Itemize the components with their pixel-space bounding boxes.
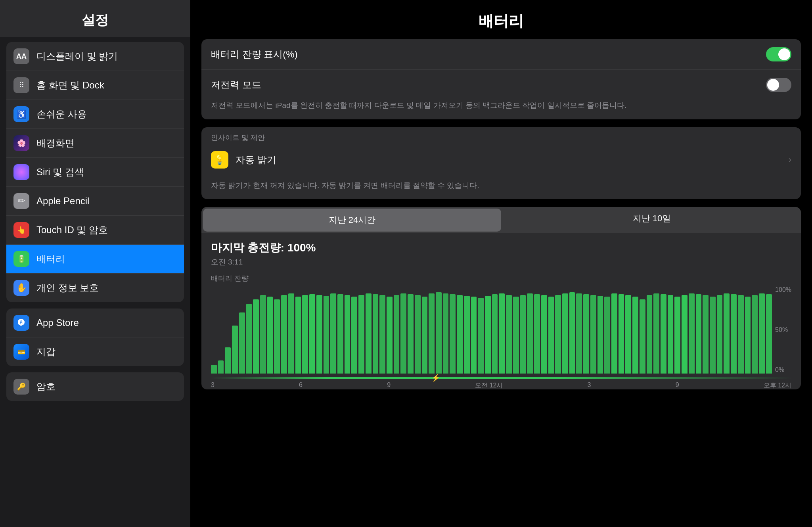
tab-10d[interactable]: 지난 10일 <box>503 207 801 233</box>
chart-section-label: 배터리 잔량 <box>201 270 801 283</box>
password-icon: 🔑 <box>13 379 29 395</box>
bar-33 <box>443 293 449 374</box>
insight-row[interactable]: 💡 자동 밝기 › <box>201 145 801 175</box>
sidebar-item-label-wallpaper: 배경화면 <box>36 137 75 149</box>
main-content: 배터리 배터리 잔량 표시(%) 저전력 모드 저전력 모드에서는 iPad를 … <box>190 0 812 527</box>
sidebar-item-display[interactable]: AA디스플레이 및 밝기 <box>6 42 184 71</box>
bar-1 <box>218 360 224 374</box>
bar-71 <box>710 297 716 374</box>
bar-0 <box>211 365 217 374</box>
toggle-knob <box>778 48 790 60</box>
low-power-toggle[interactable] <box>766 78 791 92</box>
bar-73 <box>724 293 730 374</box>
sidebar-item-privacy[interactable]: ✋개인 정보 보호 <box>6 274 184 302</box>
bar-28 <box>408 294 414 374</box>
bar-51 <box>569 292 575 374</box>
bar-53 <box>583 294 589 374</box>
sidebar-item-pencil[interactable]: ✏Apple Pencil <box>6 187 184 216</box>
battery-percentage-toggle[interactable] <box>766 47 791 61</box>
battery-chart: 100% 50% 0% ⚡ 3 6 9 오전 12시 3 9 오후 12시 <box>201 286 801 389</box>
battery-icon: 🔋 <box>13 251 29 267</box>
sidebar-item-label-wallet: 지갑 <box>36 345 56 358</box>
x-label-9am: 9 <box>387 381 391 389</box>
insight-section-label: 인사이트 및 제안 <box>201 127 801 145</box>
x-label-9pm: 9 <box>676 381 679 389</box>
low-power-row: 저전력 모드 <box>201 70 801 100</box>
bar-54 <box>590 295 596 374</box>
sidebar: 설정 AA디스플레이 및 밝기⠿홈 화면 및 Dock♿손쉬운 사용🌸배경화면S… <box>0 0 190 527</box>
sidebar-item-battery[interactable]: 🔋배터리 <box>6 245 184 274</box>
bar-20 <box>351 297 357 374</box>
chevron-right-icon: › <box>789 155 791 165</box>
insight-item-desc: 자동 밝기가 현재 꺼져 있습니다. 자동 밝기를 켜면 배터리를 절약할 수 … <box>201 175 801 199</box>
battery-chart-card: 지난 24시간 지난 10일 마지막 충전량: 100% 오전 3:11 배터리… <box>201 207 801 389</box>
sidebar-item-touchid[interactable]: 👆Touch ID 및 암호 <box>6 216 184 245</box>
bar-37 <box>471 297 477 374</box>
x-label-12am: 오후 12시 <box>764 381 791 389</box>
bar-45 <box>527 293 533 374</box>
x-label-3am: 3 <box>211 381 214 389</box>
bar-60 <box>632 297 638 374</box>
bar-70 <box>703 295 709 374</box>
sidebar-item-accessibility[interactable]: ♿손쉬운 사용 <box>6 100 184 129</box>
bar-38 <box>478 298 484 374</box>
battery-toggles-card: 배터리 잔량 표시(%) 저전력 모드 저전력 모드에서는 iPad를 완전히 … <box>201 39 801 119</box>
chart-info: 마지막 충전량: 100% 오전 3:11 <box>201 233 801 270</box>
low-power-label: 저전력 모드 <box>211 79 261 91</box>
bar-49 <box>555 295 561 374</box>
home-icon: ⠿ <box>13 77 29 93</box>
sidebar-section-3: 🔑암호 <box>6 372 184 401</box>
sidebar-item-label-privacy: 개인 정보 보호 <box>36 282 99 294</box>
y-label-0: 0% <box>775 366 791 374</box>
bar-41 <box>499 293 505 374</box>
battery-percentage-row: 배터리 잔량 표시(%) <box>201 39 801 70</box>
low-power-description: 저전력 모드에서는 iPad를 완전히 충전할 때까지 다운로드 및 메일 가져… <box>201 100 801 119</box>
bar-8 <box>267 297 273 374</box>
x-axis-labels: 3 6 9 오전 12시 3 9 오후 12시 <box>211 379 791 389</box>
bar-24 <box>379 295 385 374</box>
bar-74 <box>731 294 737 374</box>
sidebar-item-home[interactable]: ⠿홈 화면 및 Dock <box>6 71 184 100</box>
bar-15 <box>316 295 322 374</box>
sidebar-item-wallet[interactable]: 💳지갑 <box>6 337 184 366</box>
bar-78 <box>759 293 765 374</box>
bar-56 <box>604 297 610 374</box>
wallet-icon: 💳 <box>13 344 29 360</box>
bar-44 <box>520 295 526 374</box>
bar-64 <box>661 294 666 374</box>
sidebar-item-label-siri: Siri 및 검색 <box>36 166 84 178</box>
bar-30 <box>422 297 428 374</box>
sidebar-title: 설정 <box>0 0 190 37</box>
page-title: 배터리 <box>201 0 801 39</box>
bar-46 <box>534 294 540 374</box>
tab-24h[interactable]: 지난 24시간 <box>203 209 501 232</box>
sidebar-item-label-battery: 배터리 <box>36 253 65 265</box>
sidebar-item-label-home: 홈 화면 및 Dock <box>36 79 104 92</box>
siri-icon <box>13 164 29 180</box>
sidebar-item-label-display: 디스플레이 및 밝기 <box>36 50 118 63</box>
bar-11 <box>288 293 294 374</box>
bar-22 <box>366 293 372 374</box>
sidebar-item-password[interactable]: 🔑암호 <box>6 372 184 401</box>
bar-13 <box>302 295 308 374</box>
sidebar-item-label-password: 암호 <box>36 380 56 393</box>
touchid-icon: 👆 <box>13 222 29 238</box>
insight-icon: 💡 <box>211 151 228 169</box>
appstore-icon: 🅐 <box>13 315 29 331</box>
sidebar-section-1: AA디스플레이 및 밝기⠿홈 화면 및 Dock♿손쉬운 사용🌸배경화면Siri… <box>6 42 184 302</box>
chart-bars <box>211 286 791 374</box>
bar-50 <box>562 293 568 374</box>
sidebar-item-appstore[interactable]: 🅐App Store <box>6 309 184 337</box>
sidebar-item-wallpaper[interactable]: 🌸배경화면 <box>6 129 184 158</box>
bar-21 <box>358 295 364 374</box>
sidebar-item-siri[interactable]: Siri 및 검색 <box>6 158 184 187</box>
bar-9 <box>274 299 280 374</box>
x-label-3pm: 3 <box>588 381 591 389</box>
accessibility-icon: ♿ <box>13 106 29 122</box>
battery-percentage-label: 배터리 잔량 표시(%) <box>211 48 298 61</box>
bar-66 <box>674 297 680 374</box>
bar-12 <box>295 297 301 374</box>
bar-4 <box>239 312 245 374</box>
tab-bar: 지난 24시간 지난 10일 <box>201 207 801 233</box>
bar-31 <box>429 293 435 374</box>
